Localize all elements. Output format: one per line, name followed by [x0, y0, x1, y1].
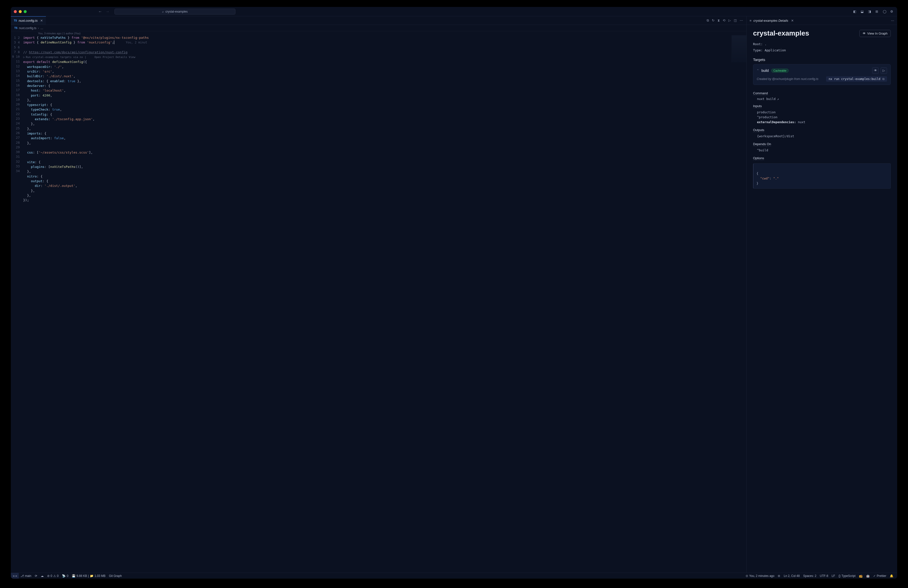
ts-icon: TS [14, 27, 18, 29]
titlebar: ← → ⌕ crystal-examples ◧ ⬓ ◨ ⊞ ◯ ⚙ [11, 7, 336, 16]
nav-back-icon[interactable]: ← [98, 10, 102, 14]
codelens[interactable]: ▷Run crystal-examples targets via nx | O… [23, 56, 135, 59]
git-blame-header: You, 3 minutes ago | 1 author (You) [11, 31, 336, 35]
maximize-window[interactable] [24, 10, 27, 13]
tab-label: nuxt.config.ts [19, 19, 38, 23]
tab-nuxt-config[interactable]: TS nuxt.config.ts ✕ [11, 16, 46, 25]
code-content[interactable]: import { nxViteTsPaths } from '@nx/vite/… [23, 35, 336, 217]
line-numbers: 1 2 3 4 5 6 7 8 9 10 11 12 13 14 15 16 1… [11, 35, 23, 217]
editor[interactable]: 1 2 3 4 5 6 7 8 9 10 11 12 13 14 15 16 1… [11, 35, 336, 217]
close-icon[interactable]: ✕ [40, 19, 43, 23]
command-center[interactable]: ⌕ crystal-examples [114, 9, 235, 14]
search-text: crystal-examples [165, 10, 188, 13]
inline-blame: You, 2 minut [126, 41, 147, 44]
breadcrumb-file: nuxt.config.ts [19, 26, 37, 30]
tabs: TS nuxt.config.ts ✕ ⧉ ↻ ⧗ ⟲ ▷ ◫ ⋯ [11, 16, 336, 25]
close-window[interactable] [14, 10, 17, 13]
window-controls [14, 10, 27, 13]
ts-icon: TS [14, 19, 17, 22]
editor-group: TS nuxt.config.ts ✕ ⧉ ↻ ⧗ ⟲ ▷ ◫ ⋯ TS nux… [11, 16, 336, 217]
vscode-window: ← → ⌕ crystal-examples ◧ ⬓ ◨ ⊞ ◯ ⚙ TS nu… [11, 7, 336, 217]
breadcrumb[interactable]: TS nuxt.config.ts › … [11, 25, 336, 31]
nav-forward-icon[interactable]: → [106, 10, 109, 14]
breadcrumb-more: … [40, 26, 43, 30]
search-icon: ⌕ [162, 10, 164, 13]
minimize-window[interactable] [19, 10, 22, 13]
